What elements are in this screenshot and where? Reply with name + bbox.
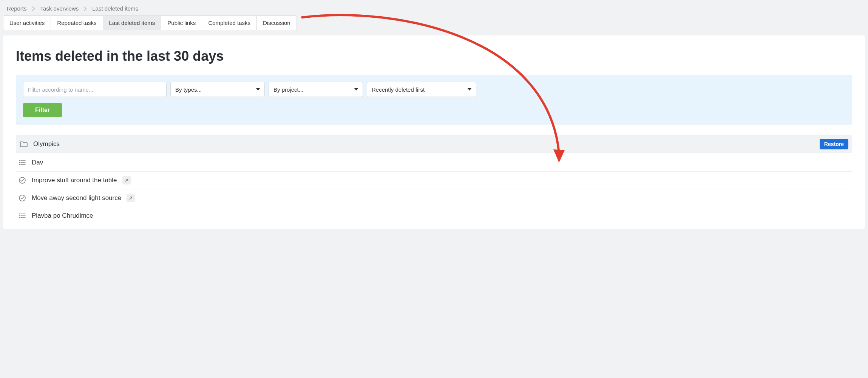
item-name: Plavba po Chrudimce — [32, 212, 93, 220]
breadcrumb: Reports Task overviews Last deleted item… — [0, 0, 868, 15]
deleted-items-list: Olympics Restore Dav Improve stuff aroun… — [16, 135, 852, 224]
folder-icon — [20, 140, 28, 148]
svg-point-10 — [20, 216, 20, 216]
svg-point-4 — [20, 164, 20, 165]
filter-name-input[interactable] — [23, 82, 167, 97]
list-item[interactable]: Improve stuff around the table — [16, 172, 852, 189]
breadcrumb-reports[interactable]: Reports — [7, 5, 27, 12]
filter-sort-label: Recently deleted first — [372, 86, 425, 93]
filter-project-label: By project... — [273, 86, 303, 93]
list-item[interactable]: Plavba po Chrudimce — [16, 207, 852, 224]
list-icon — [18, 158, 26, 167]
filter-sort-select[interactable]: Recently deleted first — [367, 82, 476, 97]
external-link-icon[interactable] — [122, 176, 131, 184]
caret-down-icon — [256, 88, 260, 91]
list-item[interactable]: Move away second light source — [16, 189, 852, 207]
item-name: Olympics — [33, 140, 60, 148]
external-link-icon[interactable] — [127, 194, 135, 202]
page-title: Items deleted in the last 30 days — [16, 48, 852, 64]
main-card: Items deleted in the last 30 days By typ… — [3, 35, 865, 229]
check-circle-icon — [18, 176, 26, 184]
tab-discussion[interactable]: Discussion — [256, 15, 297, 30]
item-name: Improve stuff around the table — [32, 177, 117, 184]
svg-point-12 — [20, 218, 20, 218]
filter-types-select[interactable]: By types... — [170, 82, 265, 97]
list-icon — [18, 212, 26, 220]
svg-point-2 — [20, 163, 20, 163]
filter-project-select[interactable]: By project... — [269, 82, 363, 97]
caret-down-icon — [354, 88, 358, 91]
svg-point-8 — [20, 214, 20, 214]
tab-row: User activities Repeated tasks Last dele… — [0, 15, 868, 35]
breadcrumb-current: Last deleted items — [92, 5, 138, 12]
filter-panel: By types... By project... Recently delet… — [16, 75, 852, 124]
item-name: Dav — [32, 159, 43, 166]
tab-last-deleted-items[interactable]: Last deleted items — [103, 15, 162, 30]
list-item[interactable]: Olympics Restore — [16, 135, 852, 153]
list-item[interactable]: Dav — [16, 154, 852, 172]
check-circle-icon — [18, 194, 26, 202]
breadcrumb-task-overviews[interactable]: Task overviews — [40, 5, 79, 12]
caret-down-icon — [468, 88, 471, 91]
filter-button[interactable]: Filter — [23, 103, 62, 117]
chevron-right-icon — [32, 6, 35, 11]
svg-point-0 — [20, 161, 20, 161]
tab-repeated-tasks[interactable]: Repeated tasks — [51, 15, 103, 30]
restore-button[interactable]: Restore — [820, 139, 848, 149]
tab-user-activities[interactable]: User activities — [3, 15, 51, 30]
item-name: Move away second light source — [32, 194, 121, 202]
chevron-right-icon — [84, 6, 87, 11]
tab-completed-tasks[interactable]: Completed tasks — [202, 15, 257, 30]
filter-types-label: By types... — [175, 86, 202, 93]
tab-public-links[interactable]: Public links — [161, 15, 202, 30]
